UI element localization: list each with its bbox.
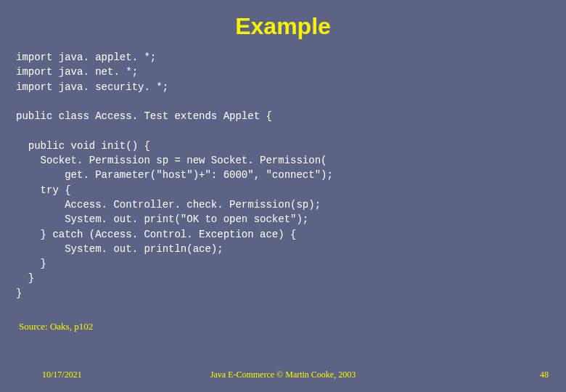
slide-title: Example [16,13,550,40]
slide: Example import java. applet. *; import j… [0,0,566,392]
code-block: import java. applet. *; import java. net… [16,50,550,301]
footer-page-number: 48 [540,369,549,380]
source-citation: Source: Oaks, p102 [19,321,550,332]
footer-center: Java E-Commerce © Martin Cooke, 2003 [0,369,566,380]
